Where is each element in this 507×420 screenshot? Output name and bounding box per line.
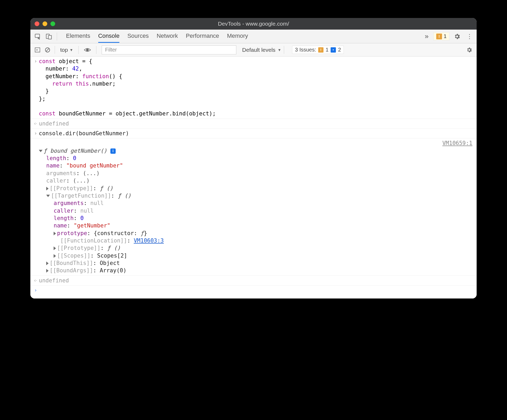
- separator: [284, 46, 284, 54]
- input-prompt-icon: ›: [32, 287, 39, 294]
- code-input: const object = { number: 42, getNumber: …: [39, 58, 474, 118]
- log-levels-label: Default levels: [242, 47, 275, 53]
- expand-toggle-icon[interactable]: [54, 254, 56, 258]
- titlebar: DevTools - www.google.com/: [30, 18, 477, 30]
- console-settings-icon[interactable]: [466, 47, 472, 53]
- more-tabs-icon[interactable]: »: [425, 32, 428, 40]
- context-label: top: [60, 47, 68, 53]
- input-prompt-icon: ›: [32, 58, 39, 118]
- warning-icon: !: [318, 47, 323, 53]
- expand-toggle-icon[interactable]: [46, 262, 49, 265]
- separator: [55, 46, 55, 54]
- console-prompt-row[interactable]: ›: [30, 286, 477, 298]
- object-tree[interactable]: ƒ bound getNumber() i length: 0name: "bo…: [39, 139, 474, 274]
- settings-icon[interactable]: [454, 33, 461, 40]
- svg-rect-2: [48, 35, 51, 39]
- tab-sources[interactable]: Sources: [127, 30, 149, 43]
- result-undefined: undefined: [39, 120, 474, 127]
- clear-console-icon[interactable]: [43, 45, 52, 54]
- issues-info-count: 2: [338, 47, 341, 53]
- expand-toggle-icon[interactable]: [46, 269, 49, 273]
- window-title: DevTools - www.google.com/: [30, 21, 477, 27]
- expand-toggle-icon[interactable]: [39, 150, 43, 152]
- source-link[interactable]: VM10659:1: [442, 139, 474, 274]
- chevron-down-icon: ▼: [69, 48, 73, 52]
- source-link[interactable]: VM10603:3: [134, 237, 164, 244]
- expand-toggle-icon[interactable]: [54, 232, 56, 235]
- console-input-row[interactable]: › console.dir(boundGetNunmer): [30, 129, 477, 138]
- console-input-row[interactable]: › const object = { number: 42, getNumber…: [30, 57, 477, 119]
- code-input: console.dir(boundGetNunmer): [39, 130, 474, 137]
- separator: [57, 32, 57, 40]
- console-toolbar: top ▼ Default levels ▼ 3 Issues: ! 1 ▪ 2: [30, 43, 477, 57]
- warning-icon: !: [436, 34, 442, 39]
- expand-toggle-icon[interactable]: [46, 187, 49, 190]
- tab-memory[interactable]: Memory: [227, 30, 248, 43]
- warning-count: 1: [444, 33, 447, 39]
- tabs: Elements Console Sources Network Perform…: [66, 30, 423, 43]
- result-undefined: undefined: [39, 277, 474, 284]
- warnings-badge[interactable]: ! 1: [433, 32, 449, 40]
- separator: [96, 46, 96, 54]
- output-prompt-icon: ‹·: [32, 277, 39, 284]
- gutter: [32, 139, 39, 274]
- inspect-element-icon[interactable]: [33, 32, 43, 41]
- issues-warn-count: 1: [326, 47, 328, 53]
- expand-toggle-icon[interactable]: [54, 246, 56, 250]
- tab-elements[interactable]: Elements: [66, 30, 90, 43]
- log-levels-selector[interactable]: Default levels ▼: [242, 47, 281, 53]
- svg-marker-4: [36, 49, 38, 51]
- more-menu-icon[interactable]: ⋮: [465, 33, 474, 40]
- svg-point-7: [86, 49, 88, 51]
- console-result-row: ‹· undefined: [30, 276, 477, 286]
- output-prompt-icon: ‹·: [32, 120, 39, 127]
- context-selector[interactable]: top ▼: [58, 47, 76, 53]
- info-icon[interactable]: i: [110, 148, 116, 154]
- tabs-row: Elements Console Sources Network Perform…: [30, 30, 477, 43]
- device-toolbar-icon[interactable]: [44, 32, 54, 41]
- svg-rect-0: [35, 34, 40, 38]
- expand-toggle-icon[interactable]: [46, 195, 50, 197]
- console-result-row: ‹· undefined: [30, 119, 477, 129]
- tab-console[interactable]: Console: [98, 30, 120, 43]
- live-expression-icon[interactable]: [81, 48, 93, 52]
- info-icon: ▪: [331, 47, 336, 53]
- console-sidebar-toggle-icon[interactable]: [33, 45, 42, 54]
- tab-performance[interactable]: Performance: [186, 30, 219, 43]
- issues-label: 3 Issues:: [295, 47, 316, 53]
- tab-network[interactable]: Network: [157, 30, 178, 43]
- devtools-window: DevTools - www.google.com/ Elements Cons…: [30, 18, 477, 298]
- console-prompt-input[interactable]: [39, 287, 474, 294]
- chevron-down-icon: ▼: [278, 48, 281, 52]
- issues-badge[interactable]: 3 Issues: ! 1 ▪ 2: [292, 46, 344, 54]
- input-prompt-icon: ›: [32, 130, 39, 137]
- separator: [78, 46, 79, 54]
- console-output: › const object = { number: 42, getNumber…: [30, 57, 477, 298]
- svg-line-6: [46, 48, 49, 51]
- console-dir-output: ƒ bound getNumber() i length: 0name: "bo…: [30, 138, 477, 276]
- filter-input[interactable]: [102, 45, 236, 54]
